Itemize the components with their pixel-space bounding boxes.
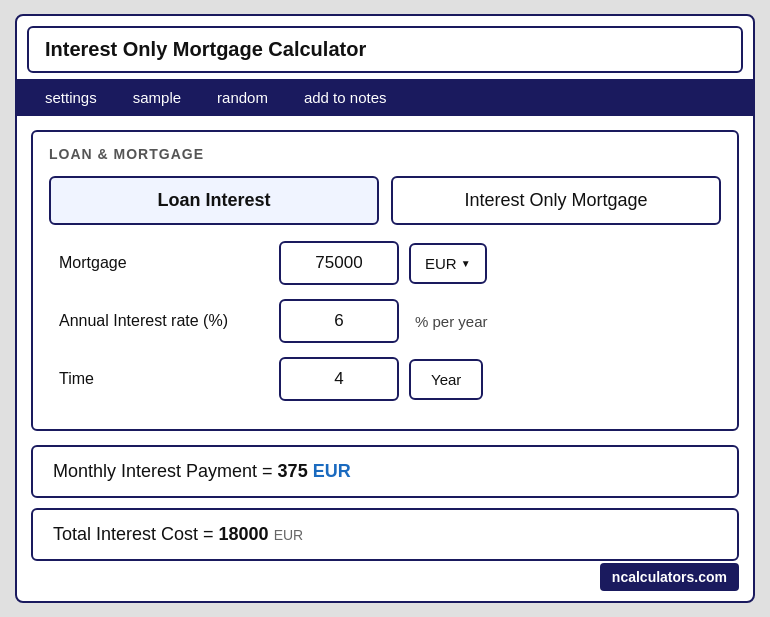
annual-rate-row: Annual Interest rate (%) % per year [49, 299, 721, 343]
time-label: Time [49, 370, 269, 388]
chevron-down-icon: ▼ [461, 258, 471, 269]
total-result-value: 18000 [219, 524, 269, 544]
total-result-label: Total Interest Cost = [53, 524, 219, 544]
monthly-result-currency: EUR [313, 461, 351, 481]
category-interest-only-mortgage[interactable]: Interest Only Mortgage [391, 176, 721, 225]
category-loan-interest[interactable]: Loan Interest [49, 176, 379, 225]
category-row: Loan Interest Interest Only Mortgage [49, 176, 721, 225]
calculator-container: Interest Only Mortgage Calculator settin… [15, 14, 755, 603]
annual-rate-input[interactable] [279, 299, 399, 343]
nav-random[interactable]: random [199, 79, 286, 116]
section-box: LOAN & MORTGAGE Loan Interest Interest O… [31, 130, 739, 431]
annual-rate-label: Annual Interest rate (%) [49, 312, 269, 330]
brand-badge: ncalculators.com [600, 563, 739, 591]
currency-dropdown[interactable]: EUR ▼ [409, 243, 487, 284]
monthly-result-label: Monthly Interest Payment = [53, 461, 278, 481]
monthly-result-value: 375 [278, 461, 308, 481]
currency-label: EUR [425, 255, 457, 272]
total-result-box: Total Interest Cost = 18000 EUR [31, 508, 739, 561]
total-result-currency: EUR [274, 527, 304, 543]
title-bar: Interest Only Mortgage Calculator [27, 26, 743, 73]
nav-add-to-notes[interactable]: add to notes [286, 79, 405, 116]
page-title: Interest Only Mortgage Calculator [45, 38, 366, 60]
time-row: Time Year [49, 357, 721, 401]
time-input[interactable] [279, 357, 399, 401]
mortgage-input[interactable] [279, 241, 399, 285]
mortgage-row: Mortgage EUR ▼ [49, 241, 721, 285]
nav-sample[interactable]: sample [115, 79, 199, 116]
section-label: LOAN & MORTGAGE [49, 146, 721, 162]
nav-settings[interactable]: settings [27, 79, 115, 116]
nav-bar: settings sample random add to notes [17, 79, 753, 116]
annual-rate-unit: % per year [415, 313, 488, 330]
mortgage-label: Mortgage [49, 254, 269, 272]
time-unit-button[interactable]: Year [409, 359, 483, 400]
monthly-result-box: Monthly Interest Payment = 375 EUR [31, 445, 739, 498]
